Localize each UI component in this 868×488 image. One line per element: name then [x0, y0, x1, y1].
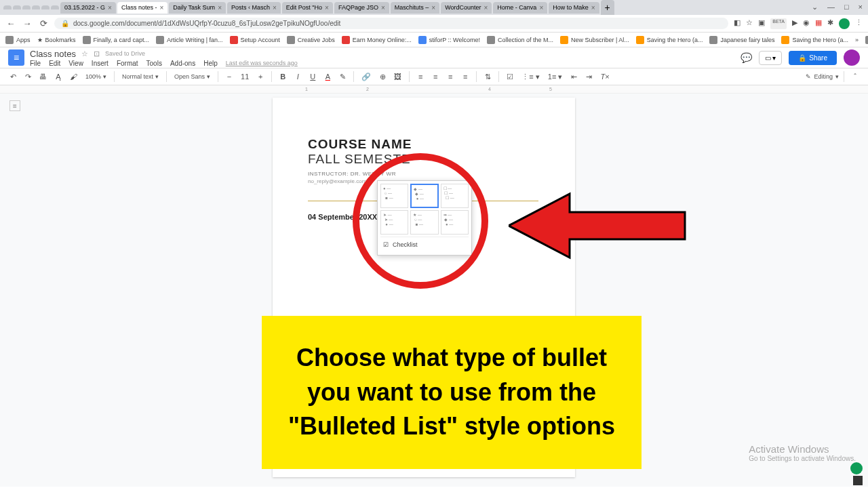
- bold-button[interactable]: B: [277, 70, 289, 83]
- editing-mode-button[interactable]: ✎ Editing ▾: [806, 73, 839, 80]
- checklist-button[interactable]: ☑: [504, 70, 516, 83]
- redo-button[interactable]: ↷: [22, 70, 34, 83]
- star-icon[interactable]: ☆: [81, 49, 88, 58]
- ext-icon[interactable]: ▦: [815, 18, 822, 29]
- align-center-button[interactable]: ≡: [429, 70, 441, 83]
- share-button[interactable]: 🔒Share: [789, 51, 837, 65]
- reading-list[interactable]: Reading: [865, 36, 868, 44]
- close-icon[interactable]: ×: [484, 4, 488, 12]
- menu-view[interactable]: View: [68, 60, 83, 67]
- comment-icon[interactable]: 💬: [741, 52, 752, 63]
- underline-button[interactable]: U: [307, 70, 319, 83]
- maximize-icon[interactable]: □: [844, 3, 849, 12]
- bookmark[interactable]: ★Bookmarks: [37, 37, 76, 43]
- line-spacing-button[interactable]: ⇅: [481, 70, 494, 83]
- print-button[interactable]: 🖶: [37, 70, 50, 83]
- bookmark[interactable]: New Subscriber | Al...: [560, 36, 629, 44]
- tab-active[interactable]: Class notes - ×: [117, 2, 167, 14]
- tab[interactable]: FAQPage JSO×: [334, 2, 389, 14]
- close-icon[interactable]: ×: [273, 4, 277, 12]
- close-icon[interactable]: ×: [108, 4, 112, 12]
- tab[interactable]: WordCounter×: [441, 2, 492, 14]
- font-increase-button[interactable]: +: [254, 70, 267, 83]
- ext-icon[interactable]: ◉: [803, 18, 810, 29]
- font-size-input[interactable]: 11: [238, 70, 252, 83]
- close-icon[interactable]: ×: [539, 4, 543, 12]
- star-icon[interactable]: ☆: [746, 18, 753, 29]
- image-button[interactable]: 🖼: [391, 70, 404, 83]
- italic-button[interactable]: I: [292, 70, 304, 83]
- ext-icon[interactable]: ▣: [758, 18, 765, 29]
- bulleted-list-button[interactable]: ⋮≡ ▾: [519, 70, 542, 83]
- bullet-style-option[interactable]: ➤ — ➤ — ● —: [380, 210, 408, 235]
- close-icon[interactable]: ×: [325, 4, 329, 12]
- docs-logo-icon[interactable]: ≡: [8, 49, 24, 66]
- menu-edit[interactable]: Edit: [49, 60, 60, 67]
- ruler[interactable]: 1 2 4 5: [0, 85, 868, 94]
- reload-button[interactable]: ⟳: [38, 18, 49, 29]
- close-icon[interactable]: ×: [381, 4, 385, 12]
- tab[interactable]: [41, 5, 50, 9]
- apps-button[interactable]: Apps: [5, 36, 31, 44]
- forward-button[interactable]: →: [22, 18, 33, 29]
- tab[interactable]: Edit Post "Ho×: [282, 2, 333, 14]
- doc-title[interactable]: Class notes: [30, 49, 76, 59]
- menu-format[interactable]: Format: [117, 60, 138, 67]
- new-tab-button[interactable]: +: [601, 0, 614, 15]
- bookmark-overflow[interactable]: »: [855, 37, 859, 43]
- close-icon[interactable]: ×: [431, 4, 435, 12]
- checklist-option[interactable]: ☑Checklist: [380, 237, 469, 252]
- numbered-list-button[interactable]: 1≡ ▾: [545, 70, 566, 83]
- bookmark[interactable]: Creative Jobs: [287, 36, 335, 44]
- text-color-button[interactable]: A: [321, 70, 334, 83]
- link-button[interactable]: 🔗: [359, 70, 374, 83]
- bookmark[interactable]: Japanese fairy tales: [709, 36, 774, 44]
- bookmark[interactable]: Finally, a card capt...: [83, 36, 149, 44]
- font-select[interactable]: Open Sans ▾: [172, 72, 213, 81]
- bookmark[interactable]: stiforP :: Welcome!: [418, 36, 480, 44]
- menu-addons[interactable]: Add-ons: [170, 60, 195, 67]
- present-button[interactable]: ▭ ▾: [759, 51, 783, 65]
- avatar[interactable]: [844, 49, 860, 66]
- clear-format-button[interactable]: T×: [597, 70, 612, 83]
- style-select[interactable]: Normal text ▾: [119, 72, 161, 81]
- close-icon[interactable]: ×: [159, 4, 163, 12]
- outdent-button[interactable]: ⇤: [568, 70, 580, 83]
- bullet-style-option[interactable]: ☐ — ☐ — ☐ —: [441, 184, 469, 208]
- indent-button[interactable]: ⇥: [583, 70, 595, 83]
- ext-icon[interactable]: ◧: [734, 18, 741, 29]
- bullet-style-option[interactable]: ● — ○ — ■ —: [380, 184, 408, 208]
- bookmark[interactable]: Saving the Hero (a...: [781, 36, 848, 44]
- paint-format-button[interactable]: 🖌: [67, 70, 80, 83]
- tab[interactable]: [13, 5, 21, 9]
- align-left-button[interactable]: ≡: [414, 70, 427, 83]
- bullet-style-option-selected[interactable]: ◆ — ◆ — ● —: [410, 184, 438, 208]
- highlight-button[interactable]: ✎: [336, 70, 349, 83]
- comment-button[interactable]: ⊕: [376, 70, 389, 83]
- collapse-button[interactable]: ˆ: [849, 70, 861, 83]
- align-justify-button[interactable]: ≡: [459, 70, 471, 83]
- minimize-icon[interactable]: —: [827, 3, 835, 12]
- tab[interactable]: [3, 5, 12, 9]
- bullet-style-option[interactable]: ➡ — ◆ — ● —: [441, 210, 469, 235]
- ext-icon[interactable]: ▶: [792, 18, 797, 29]
- last-edit-link[interactable]: Last edit was seconds ago: [226, 60, 298, 67]
- tab[interactable]: How to Make×: [549, 2, 599, 14]
- tab[interactable]: Posts ‹ Masch×: [227, 2, 281, 14]
- move-icon[interactable]: ⊡: [94, 49, 100, 58]
- align-right-button[interactable]: ≡: [444, 70, 456, 83]
- tab[interactable]: 03.15.2022 - G×: [60, 2, 116, 14]
- font-decrease-button[interactable]: −: [223, 70, 235, 83]
- chevron-down-icon[interactable]: ⌄: [812, 3, 818, 12]
- bookmark[interactable]: Saving the Hero (a...: [636, 36, 703, 44]
- tab[interactable]: Home - Canva×: [493, 2, 547, 14]
- zoom-select[interactable]: 100% ▾: [83, 72, 109, 81]
- bookmark[interactable]: Earn Money Online:...: [342, 36, 412, 44]
- bullet-style-option[interactable]: ★ — ○ — ■ —: [410, 210, 438, 235]
- tab[interactable]: Maschituts –×: [391, 2, 439, 14]
- menu-icon[interactable]: ⋮: [855, 18, 863, 29]
- menu-file[interactable]: File: [30, 60, 41, 67]
- close-icon[interactable]: ×: [591, 4, 595, 12]
- puzzle-icon[interactable]: ✱: [827, 18, 833, 29]
- bookmark[interactable]: Setup Account: [230, 36, 280, 44]
